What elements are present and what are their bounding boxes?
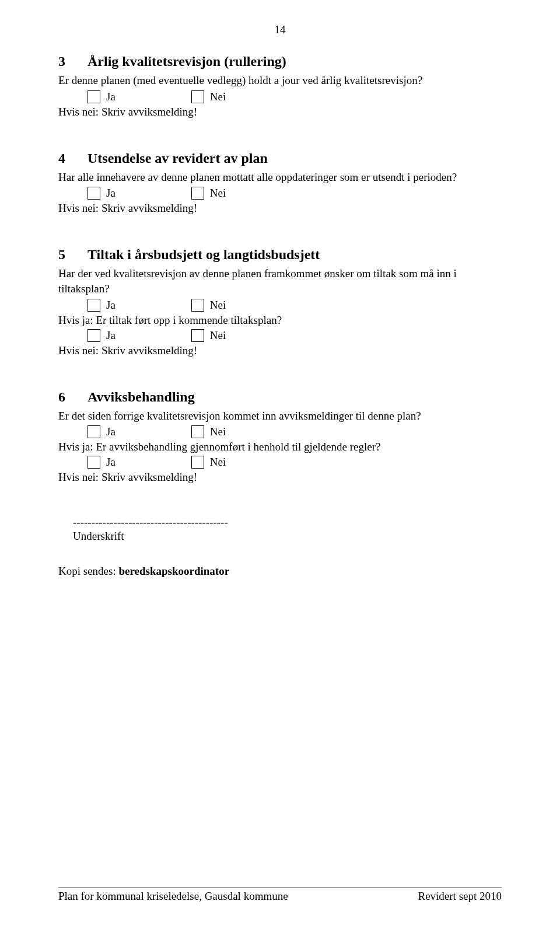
checkbox-ja[interactable] bbox=[88, 187, 100, 200]
label-ja: Ja bbox=[106, 456, 116, 469]
section-6-question: Er det siden forrige kvalitetsrevisjon k… bbox=[58, 408, 502, 424]
checkbox-nei[interactable] bbox=[191, 299, 204, 312]
section-3-num: 3 bbox=[58, 54, 88, 69]
section-5-instruction: Hvis nei: Skriv avviksmelding! bbox=[58, 344, 502, 357]
checkbox-ja[interactable] bbox=[88, 456, 100, 469]
section-3-question: Er denne planen (med eventuelle vedlegg)… bbox=[58, 73, 502, 88]
signature-label: Underskrift bbox=[73, 530, 502, 543]
section-6-title: Avviksbehandling bbox=[88, 389, 195, 405]
section-3-heading: 3 Årlig kvalitetsrevisjon (rullering) bbox=[58, 54, 502, 69]
checkbox-nei[interactable] bbox=[191, 90, 204, 103]
label-nei: Nei bbox=[210, 187, 226, 200]
section-5-title: Tiltak i årsbudsjett og langtidsbudsjett bbox=[88, 247, 320, 263]
label-nei: Nei bbox=[210, 299, 226, 312]
section-5-num: 5 bbox=[58, 247, 88, 263]
section-6-instruction: Hvis nei: Skriv avviksmelding! bbox=[58, 471, 502, 484]
section-5-followup: Hvis ja: Er tiltak ført opp i kommende t… bbox=[58, 314, 502, 327]
checkbox-nei[interactable] bbox=[191, 425, 204, 438]
section-6-followup: Hvis ja: Er avviksbehandling gjennomført… bbox=[58, 441, 502, 453]
section-3: 3 Årlig kvalitetsrevisjon (rullering) Er… bbox=[58, 54, 502, 118]
footer-right: Revidert sept 2010 bbox=[418, 890, 502, 903]
section-4-instruction: Hvis nei: Skriv avviksmelding! bbox=[58, 202, 502, 215]
label-nei: Nei bbox=[210, 425, 226, 438]
section-4: 4 Utsendelse av revidert av plan Har all… bbox=[58, 151, 502, 215]
checkbox-nei[interactable] bbox=[191, 329, 204, 342]
checkbox-nei[interactable] bbox=[191, 456, 204, 469]
checkbox-ja[interactable] bbox=[88, 425, 100, 438]
checkbox-nei[interactable] bbox=[191, 187, 204, 200]
copy-line: Kopi sendes: beredskapskoordinator bbox=[58, 565, 502, 578]
label-nei: Nei bbox=[210, 456, 226, 469]
label-nei: Nei bbox=[210, 329, 226, 342]
section-5-checkbox-row-2: Ja Nei bbox=[88, 329, 502, 342]
checkbox-ja[interactable] bbox=[88, 299, 100, 312]
section-4-title: Utsendelse av revidert av plan bbox=[88, 151, 268, 166]
section-3-checkbox-row: Ja Nei bbox=[88, 90, 502, 103]
section-6-checkbox-row-2: Ja Nei bbox=[88, 456, 502, 469]
section-3-instruction: Hvis nei: Skriv avviksmelding! bbox=[58, 106, 502, 118]
section-5-heading: 5 Tiltak i årsbudsjett og langtidsbudsje… bbox=[58, 247, 502, 263]
signature-line: ----------------------------------------… bbox=[73, 516, 502, 529]
checkbox-ja[interactable] bbox=[88, 90, 100, 103]
label-nei: Nei bbox=[210, 90, 226, 103]
section-4-checkbox-row: Ja Nei bbox=[88, 187, 502, 200]
page-number: 14 bbox=[58, 23, 502, 36]
label-ja: Ja bbox=[106, 299, 116, 312]
section-3-title: Årlig kvalitetsrevisjon (rullering) bbox=[88, 54, 286, 69]
footer-left: Plan for kommunal kriseledelse, Gausdal … bbox=[58, 890, 288, 903]
section-5-checkbox-row-1: Ja Nei bbox=[88, 299, 502, 312]
section-5: 5 Tiltak i årsbudsjett og langtidsbudsje… bbox=[58, 247, 502, 357]
label-ja: Ja bbox=[106, 425, 116, 438]
section-6-num: 6 bbox=[58, 389, 88, 405]
label-ja: Ja bbox=[106, 187, 116, 200]
section-6-heading: 6 Avviksbehandling bbox=[58, 389, 502, 405]
section-4-num: 4 bbox=[58, 151, 88, 166]
checkbox-ja[interactable] bbox=[88, 329, 100, 342]
section-6: 6 Avviksbehandling Er det siden forrige … bbox=[58, 389, 502, 484]
footer-divider bbox=[58, 888, 502, 888]
copy-prefix: Kopi sendes: bbox=[58, 565, 118, 577]
section-4-heading: 4 Utsendelse av revidert av plan bbox=[58, 151, 502, 166]
label-ja: Ja bbox=[106, 90, 116, 103]
footer: Plan for kommunal kriseledelse, Gausdal … bbox=[58, 888, 502, 903]
section-5-question: Har der ved kvalitetsrevisjon av denne p… bbox=[58, 266, 502, 296]
copy-recipient: beredskapskoordinator bbox=[118, 565, 229, 577]
section-6-checkbox-row-1: Ja Nei bbox=[88, 425, 502, 438]
section-4-question: Har alle innehavere av denne planen mott… bbox=[58, 170, 502, 185]
label-ja: Ja bbox=[106, 329, 116, 342]
